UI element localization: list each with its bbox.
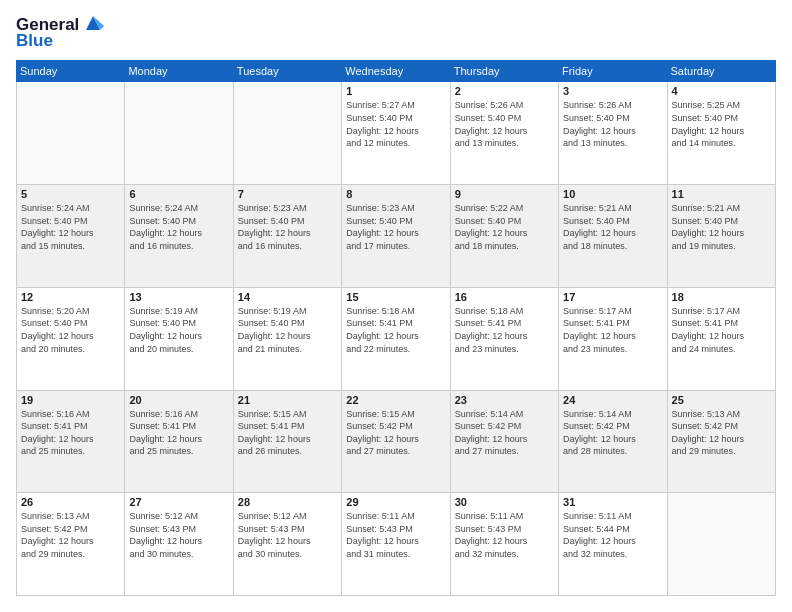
day-info: Sunrise: 5:26 AM Sunset: 5:40 PM Dayligh… <box>455 99 554 149</box>
calendar-cell: 8Sunrise: 5:23 AM Sunset: 5:40 PM Daylig… <box>342 185 450 288</box>
calendar-cell: 21Sunrise: 5:15 AM Sunset: 5:41 PM Dayli… <box>233 390 341 493</box>
day-info: Sunrise: 5:27 AM Sunset: 5:40 PM Dayligh… <box>346 99 445 149</box>
calendar-cell: 30Sunrise: 5:11 AM Sunset: 5:43 PM Dayli… <box>450 493 558 596</box>
day-info: Sunrise: 5:20 AM Sunset: 5:40 PM Dayligh… <box>21 305 120 355</box>
calendar-cell: 22Sunrise: 5:15 AM Sunset: 5:42 PM Dayli… <box>342 390 450 493</box>
day-info: Sunrise: 5:14 AM Sunset: 5:42 PM Dayligh… <box>455 408 554 458</box>
day-info: Sunrise: 5:23 AM Sunset: 5:40 PM Dayligh… <box>346 202 445 252</box>
calendar-cell: 13Sunrise: 5:19 AM Sunset: 5:40 PM Dayli… <box>125 287 233 390</box>
calendar-cell: 12Sunrise: 5:20 AM Sunset: 5:40 PM Dayli… <box>17 287 125 390</box>
day-number: 19 <box>21 394 120 406</box>
calendar-cell <box>17 82 125 185</box>
weekday-header: Wednesday <box>342 61 450 82</box>
calendar-cell: 26Sunrise: 5:13 AM Sunset: 5:42 PM Dayli… <box>17 493 125 596</box>
day-number: 23 <box>455 394 554 406</box>
day-number: 26 <box>21 496 120 508</box>
day-info: Sunrise: 5:12 AM Sunset: 5:43 PM Dayligh… <box>129 510 228 560</box>
weekday-header: Sunday <box>17 61 125 82</box>
day-number: 21 <box>238 394 337 406</box>
day-info: Sunrise: 5:11 AM Sunset: 5:43 PM Dayligh… <box>455 510 554 560</box>
calendar-cell: 25Sunrise: 5:13 AM Sunset: 5:42 PM Dayli… <box>667 390 775 493</box>
day-info: Sunrise: 5:11 AM Sunset: 5:44 PM Dayligh… <box>563 510 662 560</box>
calendar-cell: 17Sunrise: 5:17 AM Sunset: 5:41 PM Dayli… <box>559 287 667 390</box>
calendar-cell: 6Sunrise: 5:24 AM Sunset: 5:40 PM Daylig… <box>125 185 233 288</box>
day-info: Sunrise: 5:17 AM Sunset: 5:41 PM Dayligh… <box>672 305 771 355</box>
calendar-cell: 10Sunrise: 5:21 AM Sunset: 5:40 PM Dayli… <box>559 185 667 288</box>
calendar-cell: 14Sunrise: 5:19 AM Sunset: 5:40 PM Dayli… <box>233 287 341 390</box>
calendar-cell: 19Sunrise: 5:16 AM Sunset: 5:41 PM Dayli… <box>17 390 125 493</box>
day-number: 16 <box>455 291 554 303</box>
calendar-cell: 11Sunrise: 5:21 AM Sunset: 5:40 PM Dayli… <box>667 185 775 288</box>
day-number: 7 <box>238 188 337 200</box>
calendar-cell <box>233 82 341 185</box>
weekday-header: Saturday <box>667 61 775 82</box>
day-info: Sunrise: 5:19 AM Sunset: 5:40 PM Dayligh… <box>129 305 228 355</box>
calendar-cell: 31Sunrise: 5:11 AM Sunset: 5:44 PM Dayli… <box>559 493 667 596</box>
day-info: Sunrise: 5:24 AM Sunset: 5:40 PM Dayligh… <box>21 202 120 252</box>
calendar-cell: 9Sunrise: 5:22 AM Sunset: 5:40 PM Daylig… <box>450 185 558 288</box>
day-number: 17 <box>563 291 662 303</box>
calendar-cell: 1Sunrise: 5:27 AM Sunset: 5:40 PM Daylig… <box>342 82 450 185</box>
day-info: Sunrise: 5:15 AM Sunset: 5:41 PM Dayligh… <box>238 408 337 458</box>
day-number: 22 <box>346 394 445 406</box>
day-info: Sunrise: 5:11 AM Sunset: 5:43 PM Dayligh… <box>346 510 445 560</box>
day-info: Sunrise: 5:13 AM Sunset: 5:42 PM Dayligh… <box>21 510 120 560</box>
calendar-cell: 20Sunrise: 5:16 AM Sunset: 5:41 PM Dayli… <box>125 390 233 493</box>
day-number: 15 <box>346 291 445 303</box>
calendar-cell: 27Sunrise: 5:12 AM Sunset: 5:43 PM Dayli… <box>125 493 233 596</box>
calendar-cell: 16Sunrise: 5:18 AM Sunset: 5:41 PM Dayli… <box>450 287 558 390</box>
day-number: 8 <box>346 188 445 200</box>
day-number: 24 <box>563 394 662 406</box>
day-number: 30 <box>455 496 554 508</box>
day-number: 3 <box>563 85 662 97</box>
day-number: 28 <box>238 496 337 508</box>
calendar-cell <box>667 493 775 596</box>
logo-blue: Blue <box>16 32 104 51</box>
day-number: 14 <box>238 291 337 303</box>
day-info: Sunrise: 5:22 AM Sunset: 5:40 PM Dayligh… <box>455 202 554 252</box>
day-number: 5 <box>21 188 120 200</box>
calendar-cell: 18Sunrise: 5:17 AM Sunset: 5:41 PM Dayli… <box>667 287 775 390</box>
day-number: 31 <box>563 496 662 508</box>
calendar-cell <box>125 82 233 185</box>
day-info: Sunrise: 5:16 AM Sunset: 5:41 PM Dayligh… <box>21 408 120 458</box>
day-info: Sunrise: 5:15 AM Sunset: 5:42 PM Dayligh… <box>346 408 445 458</box>
day-number: 20 <box>129 394 228 406</box>
calendar-cell: 28Sunrise: 5:12 AM Sunset: 5:43 PM Dayli… <box>233 493 341 596</box>
day-number: 9 <box>455 188 554 200</box>
day-number: 25 <box>672 394 771 406</box>
day-info: Sunrise: 5:23 AM Sunset: 5:40 PM Dayligh… <box>238 202 337 252</box>
day-info: Sunrise: 5:12 AM Sunset: 5:43 PM Dayligh… <box>238 510 337 560</box>
calendar-cell: 7Sunrise: 5:23 AM Sunset: 5:40 PM Daylig… <box>233 185 341 288</box>
calendar-cell: 29Sunrise: 5:11 AM Sunset: 5:43 PM Dayli… <box>342 493 450 596</box>
day-number: 18 <box>672 291 771 303</box>
day-number: 10 <box>563 188 662 200</box>
day-info: Sunrise: 5:24 AM Sunset: 5:40 PM Dayligh… <box>129 202 228 252</box>
day-info: Sunrise: 5:18 AM Sunset: 5:41 PM Dayligh… <box>455 305 554 355</box>
day-number: 2 <box>455 85 554 97</box>
day-info: Sunrise: 5:21 AM Sunset: 5:40 PM Dayligh… <box>563 202 662 252</box>
calendar-cell: 15Sunrise: 5:18 AM Sunset: 5:41 PM Dayli… <box>342 287 450 390</box>
day-info: Sunrise: 5:18 AM Sunset: 5:41 PM Dayligh… <box>346 305 445 355</box>
calendar-cell: 2Sunrise: 5:26 AM Sunset: 5:40 PM Daylig… <box>450 82 558 185</box>
day-info: Sunrise: 5:26 AM Sunset: 5:40 PM Dayligh… <box>563 99 662 149</box>
day-info: Sunrise: 5:17 AM Sunset: 5:41 PM Dayligh… <box>563 305 662 355</box>
weekday-header: Friday <box>559 61 667 82</box>
day-info: Sunrise: 5:16 AM Sunset: 5:41 PM Dayligh… <box>129 408 228 458</box>
weekday-header: Tuesday <box>233 61 341 82</box>
calendar-cell: 4Sunrise: 5:25 AM Sunset: 5:40 PM Daylig… <box>667 82 775 185</box>
day-number: 11 <box>672 188 771 200</box>
calendar-cell: 3Sunrise: 5:26 AM Sunset: 5:40 PM Daylig… <box>559 82 667 185</box>
page-header: General Blue <box>16 16 776 50</box>
day-info: Sunrise: 5:25 AM Sunset: 5:40 PM Dayligh… <box>672 99 771 149</box>
calendar-table: SundayMondayTuesdayWednesdayThursdayFrid… <box>16 60 776 596</box>
day-number: 29 <box>346 496 445 508</box>
day-number: 6 <box>129 188 228 200</box>
calendar-cell: 24Sunrise: 5:14 AM Sunset: 5:42 PM Dayli… <box>559 390 667 493</box>
day-number: 27 <box>129 496 228 508</box>
day-number: 1 <box>346 85 445 97</box>
weekday-header: Thursday <box>450 61 558 82</box>
calendar-cell: 5Sunrise: 5:24 AM Sunset: 5:40 PM Daylig… <box>17 185 125 288</box>
page: General Blue SundayMondayTuesdayWednesda… <box>0 0 792 612</box>
day-info: Sunrise: 5:21 AM Sunset: 5:40 PM Dayligh… <box>672 202 771 252</box>
